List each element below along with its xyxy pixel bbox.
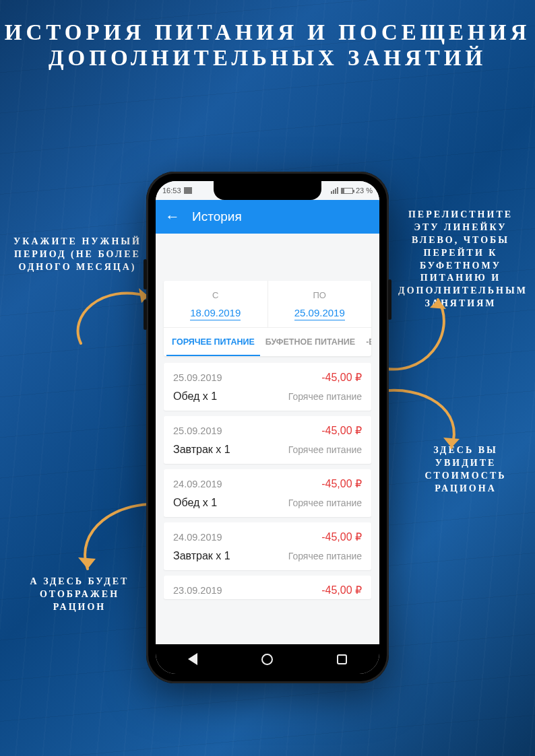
item-price: -45,00 ₽ (321, 424, 362, 437)
item-price: -45,00 ₽ (321, 371, 362, 384)
notification-icon (184, 187, 192, 194)
item-date: 24.09.2019 (173, 532, 222, 543)
phone-side-button (144, 300, 147, 330)
item-date: 23.09.2019 (173, 585, 222, 596)
phone-frame: 16:53 23 % ← История С 18.09.2019 (146, 172, 389, 683)
item-date: 25.09.2019 (173, 372, 222, 383)
item-price: -45,00 ₽ (321, 530, 362, 543)
item-name: Обед х 1 (173, 390, 217, 403)
nav-back-icon[interactable] (188, 653, 197, 665)
date-to[interactable]: ПО 25.09.2019 (268, 281, 372, 327)
date-to-label: ПО (268, 290, 372, 300)
date-filter-card: С 18.09.2019 ПО 25.09.2019 ГОРЯЧЕЕ ПИТАН… (164, 281, 371, 356)
date-from[interactable]: С 18.09.2019 (164, 281, 268, 327)
date-from-label: С (164, 290, 268, 300)
annotation-price: ЗДЕСЬ ВЫ УВИДИТЕ СТОИМОСТЬ РАЦИОНА (415, 444, 516, 495)
date-to-value: 25.09.2019 (294, 307, 345, 320)
battery-icon (341, 188, 353, 194)
battery-percent: 23 % (356, 186, 373, 195)
item-name: Завтрак х 1 (173, 444, 230, 456)
appbar-title: История (192, 209, 242, 224)
phone-notch (214, 181, 321, 200)
list-item[interactable]: 24.09.2019 -45,00 ₽ Завтрак х 1 Горячее … (164, 522, 371, 570)
item-name: Завтрак х 1 (173, 550, 230, 562)
list-item[interactable]: 23.09.2019 -45,00 ₽ (164, 576, 371, 599)
signal-icon (331, 187, 338, 194)
svg-marker-3 (78, 557, 96, 569)
tab-extra[interactable]: -ВО (360, 328, 371, 356)
item-category: Горячее питание (288, 444, 362, 455)
item-name: Обед х 1 (173, 497, 217, 509)
app-bar: ← История (156, 200, 379, 234)
item-category: Горячее питание (288, 551, 362, 561)
annotation-period: УКАЖИТЕ НУЖНЫЙ ПЕРИОД (НЕ БОЛЕЕ ОДНОГО М… (13, 236, 141, 274)
content-area: С 18.09.2019 ПО 25.09.2019 ГОРЯЧЕЕ ПИТАН… (156, 234, 379, 644)
list-item[interactable]: 25.09.2019 -45,00 ₽ Завтрак х 1 Горячее … (164, 416, 371, 464)
annotation-ration: А ЗДЕСЬ БУДЕТ ОТОБРАЖЕН РАЦИОН (12, 576, 147, 614)
android-nav-bar (156, 644, 379, 674)
history-list[interactable]: 25.09.2019 -45,00 ₽ Обед х 1 Горячее пит… (164, 363, 371, 599)
back-icon[interactable]: ← (165, 208, 180, 226)
page-title: ИСТОРИЯ ПИТАНИЯ И ПОСЕЩЕНИЯ ДОПОЛНИТЕЛЬН… (0, 20, 535, 71)
item-category: Горячее питание (288, 391, 362, 402)
status-time: 16:53 (162, 186, 181, 195)
date-from-value: 18.09.2019 (190, 307, 241, 320)
list-item[interactable]: 24.09.2019 -45,00 ₽ Обед х 1 Горячее пит… (164, 469, 371, 517)
phone-side-button (144, 259, 147, 289)
item-date: 25.09.2019 (173, 425, 222, 436)
tab-hot[interactable]: ГОРЯЧЕЕ ПИТАНИЕ (166, 328, 260, 356)
phone-screen: 16:53 23 % ← История С 18.09.2019 (156, 181, 379, 674)
item-price: -45,00 ₽ (321, 584, 362, 596)
tab-buffet[interactable]: БУФЕТНОЕ ПИТАНИЕ (260, 328, 360, 356)
nav-home-icon[interactable] (261, 654, 273, 665)
item-date: 24.09.2019 (173, 479, 222, 489)
annotation-swipe: ПЕРЕЛИСТНИТЕ ЭТУ ЛИНЕЙКУ ВЛЕВО, ЧТОБЫ ПЕ… (398, 209, 523, 310)
tabs-row[interactable]: ГОРЯЧЕЕ ПИТАНИЕ БУФЕТНОЕ ПИТАНИЕ -ВО (164, 328, 371, 356)
item-price: -45,00 ₽ (321, 477, 362, 490)
list-item[interactable]: 25.09.2019 -45,00 ₽ Обед х 1 Горячее пит… (164, 363, 371, 411)
item-category: Горячее питание (288, 497, 362, 508)
phone-side-button (388, 279, 391, 320)
nav-recents-icon[interactable] (337, 654, 347, 664)
